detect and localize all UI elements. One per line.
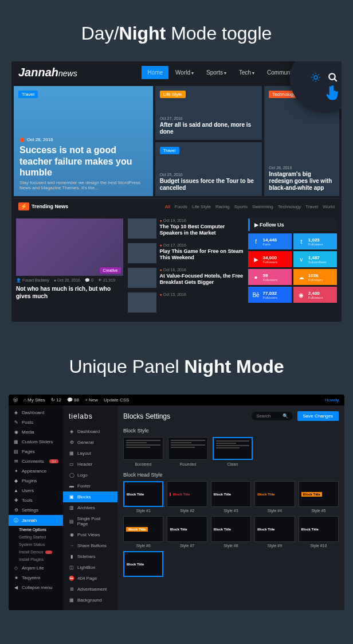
head-style-option[interactable]: Block TitleStyle #2 (167, 481, 207, 513)
wp-menu-item[interactable]: ◀Collapse menu (9, 583, 63, 592)
nav-item-home[interactable]: Home (142, 66, 168, 79)
comments-count[interactable]: 💬 88 (67, 397, 79, 403)
head-style-option[interactable]: Block TitleStyle #1 (123, 481, 163, 513)
wp-menu-item[interactable]: ⚙Settings (9, 505, 63, 515)
cell-tag[interactable]: Travel (160, 147, 179, 154)
trending-cat[interactable]: Travel (305, 204, 318, 209)
tie-menu-item[interactable]: ▣Blocks (63, 491, 117, 502)
tie-menu-item[interactable]: ▦Layout (63, 448, 117, 459)
block-style-option[interactable]: Clean (213, 437, 253, 466)
tie-menu-item[interactable]: ▬Footer (63, 481, 117, 491)
wp-menu-item[interactable]: ✉Comments84 (9, 456, 63, 466)
menu-icon: ✦ (13, 469, 19, 474)
head-style-option[interactable]: Block TitleStyle #4 (254, 481, 295, 513)
tie-menu-item[interactable]: ◈Dashboard (63, 426, 117, 437)
trending-cat[interactable]: World (323, 204, 335, 209)
head-style-option[interactable]: Block TitleStyle #3 (211, 481, 251, 513)
social-ig[interactable]: ◉2,400Followers (293, 287, 337, 303)
social-be[interactable]: Bē77,032Followers (248, 287, 292, 303)
site-logo[interactable]: Jannahnews (18, 66, 77, 79)
featured-title[interactable]: Not who has much is rich, but who gives … (16, 285, 123, 300)
wp-submenu-item[interactable]: System Status (9, 541, 63, 548)
social-yt[interactable]: ▶34,000Followers (248, 251, 292, 267)
update-css[interactable]: Update CSS (104, 397, 129, 403)
hero-cell[interactable]: Life StyleOct 27, 2016After all is said … (155, 86, 262, 140)
wp-menu-item[interactable]: ▲Users (9, 486, 63, 495)
tie-menu-item[interactable]: ▤Single Post Page (63, 513, 117, 529)
howdy[interactable]: Howdy, (325, 397, 340, 403)
trending-cat[interactable]: Swimming (252, 204, 273, 209)
block-title-demo: Block Title (214, 528, 231, 531)
block-style-option[interactable]: Rounded (168, 437, 208, 466)
wp-menu-item[interactable]: ◆Plugins (9, 476, 63, 486)
new-button[interactable]: + New (85, 397, 98, 403)
featured-image[interactable]: Creative (16, 218, 123, 276)
mini-article[interactable]: ● Oct 19, 2016The Top 10 Best Computer S… (128, 218, 244, 239)
social-vm[interactable]: v1,487Subscribers (293, 251, 337, 267)
hero-tag[interactable]: Travel (18, 91, 38, 98)
tie-menu-item[interactable]: ▥Archives (63, 502, 117, 513)
wp-submenu-item[interactable]: Install Plugins (9, 556, 63, 563)
tie-menu-item[interactable]: ▮Sidebars (63, 551, 117, 562)
tie-menu-item[interactable]: ⛔404 Page (63, 573, 117, 584)
creative-tag[interactable]: Creative (100, 267, 120, 274)
trending-cat[interactable]: Technology (278, 204, 301, 209)
wp-menu-item[interactable]: ◉Media (9, 427, 63, 437)
block-style-option[interactable]: Bordered (123, 437, 163, 466)
save-button[interactable]: Save Changes (297, 411, 339, 421)
trending-cat[interactable]: All (165, 204, 170, 209)
head-style-option[interactable]: Block TitleStyle #5 (299, 481, 339, 513)
mini-article[interactable]: ● Oct 17, 2016Play This Game for Free on… (128, 243, 244, 263)
wp-menu-item[interactable]: ▤Pages (9, 447, 63, 456)
cell-tag[interactable]: Life Style (160, 91, 186, 98)
nav-item-tech[interactable]: Tech▾ (233, 66, 260, 79)
panel-heading: Unique Panel Night Mode (0, 333, 353, 395)
wp-menu-item[interactable]: ▦Custom Sliders (9, 437, 63, 447)
wp-menu-item[interactable]: ✚Tools (9, 495, 63, 505)
head-style-option[interactable]: Block TitleStyle #9 (254, 516, 295, 548)
search-input[interactable]: Search🔍 (252, 412, 292, 420)
nav-item-sports[interactable]: Sports▾ (201, 66, 232, 79)
hero-cell[interactable]: TravelOct 25, 2016Budget issues force th… (155, 142, 262, 196)
updates-count[interactable]: ↻ 12 (51, 397, 61, 403)
sun-icon[interactable] (311, 72, 321, 85)
mini-article[interactable]: ● Oct 15, 2016 (128, 292, 244, 313)
wp-menu-item[interactable]: ✦Appearance (9, 466, 63, 476)
tie-menu-item[interactable]: ◯Logo (63, 470, 117, 481)
tie-menu-item[interactable]: ▦Background (63, 595, 117, 606)
tie-menu-item[interactable]: →Share Buttons (63, 540, 117, 551)
social-dr[interactable]: ●59Followers (248, 269, 292, 285)
head-style-option[interactable]: Block TitleStyle #6 (123, 516, 163, 548)
wp-logo-icon[interactable]: ⓦ (13, 397, 18, 403)
wp-menu-item[interactable]: ✎Posts (9, 417, 63, 427)
hero-main-article[interactable]: Travel ⬤Oct 28, 2016 Success is not a go… (14, 86, 153, 196)
wp-menu-item[interactable]: ◈Dashboard (9, 408, 63, 417)
social-fb[interactable]: f14,448Fans (248, 233, 292, 249)
head-style-option[interactable]: Block TitleStyle #10 (299, 516, 339, 548)
tie-menu-item[interactable]: ⊞Advertisement (63, 584, 117, 595)
mini-article[interactable]: ● Oct 16, 2016At Value-Focused Hotels, t… (128, 268, 244, 288)
tie-menu-item[interactable]: ◉Post Views (63, 529, 117, 540)
trending-cat[interactable]: Life Style (192, 204, 211, 209)
trending-cat[interactable]: Foods (175, 204, 187, 209)
social-tw[interactable]: t1,023Followers (293, 233, 337, 249)
trending-cat[interactable]: Sports (234, 204, 248, 209)
author[interactable]: 👤 Fouad Badawy (16, 278, 49, 283)
wp-menu-item[interactable]: ★Taqyeem (9, 573, 63, 583)
wp-submenu-item[interactable]: Install Demos2 (9, 548, 63, 556)
tie-menu-item[interactable]: ◫LightBox (63, 562, 117, 573)
head-style-option[interactable]: Block TitleStyle #8 (211, 516, 251, 548)
social-sc[interactable]: ☁103kFollowers (293, 269, 337, 285)
search-icon[interactable] (328, 72, 338, 85)
wp-menu-item[interactable]: ⓘJannah (9, 515, 63, 526)
wp-menu-item[interactable]: ◇Arqam Lite (9, 563, 63, 573)
head-style-option[interactable]: Block Title (123, 551, 163, 579)
my-sites[interactable]: ⌂ My Sites (23, 397, 45, 403)
head-style-option[interactable]: Block TitleStyle #7 (167, 516, 207, 548)
wp-submenu-item[interactable]: Theme Options (9, 526, 63, 533)
wp-submenu-item[interactable]: Getting Started (9, 533, 63, 541)
tie-menu-item[interactable]: ⚙General (63, 437, 117, 448)
trending-cat[interactable]: Racing (215, 204, 230, 209)
nav-item-world[interactable]: World▾ (170, 66, 199, 79)
tie-menu-item[interactable]: ▭Header (63, 459, 117, 470)
